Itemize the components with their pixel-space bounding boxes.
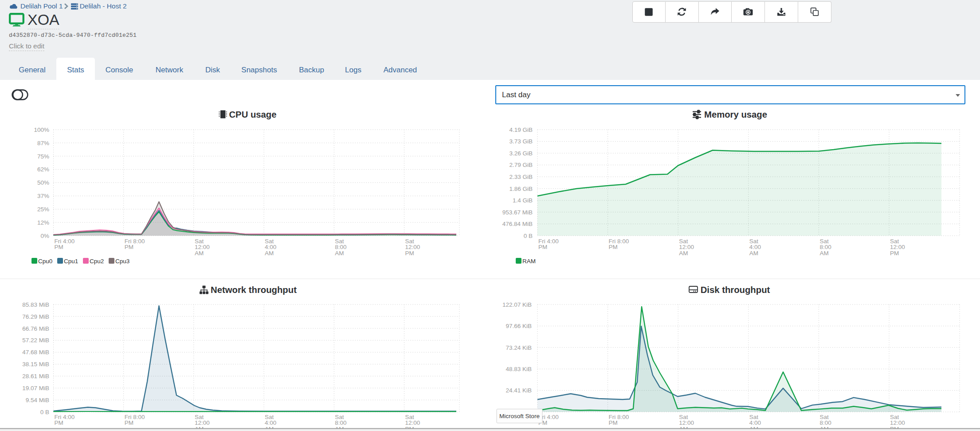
svg-text:24.41 KiB: 24.41 KiB <box>506 387 532 394</box>
svg-text:4.19 GiB: 4.19 GiB <box>509 127 533 133</box>
svg-text:50%: 50% <box>37 179 49 186</box>
svg-text:47.68 MiB: 47.68 MiB <box>22 349 49 356</box>
svg-text:1.86 GiB: 1.86 GiB <box>509 186 533 192</box>
svg-text:Cpu0: Cpu0 <box>38 258 52 265</box>
svg-text:Network throughput: Network throughput <box>211 285 297 295</box>
svg-text:28.61 MiB: 28.61 MiB <box>22 373 49 380</box>
svg-text:97.66 KiB: 97.66 KiB <box>506 323 532 329</box>
svg-text:PM: PM <box>609 419 618 426</box>
svg-text:0 B: 0 B <box>40 409 49 415</box>
svg-text:37%: 37% <box>37 193 49 199</box>
svg-text:0%: 0% <box>40 233 49 239</box>
svg-text:PM: PM <box>125 419 133 426</box>
svg-text:Memory usage: Memory usage <box>704 110 767 119</box>
svg-text:PM: PM <box>125 244 133 250</box>
svg-text:PM: PM <box>538 244 547 250</box>
svg-text:73.24 KiB: 73.24 KiB <box>506 344 532 351</box>
svg-text:AM: AM <box>335 250 344 257</box>
svg-text:2.79 GiB: 2.79 GiB <box>509 162 533 168</box>
svg-text:Disk throughput: Disk throughput <box>701 285 770 295</box>
svg-text:85.83 MiB: 85.83 MiB <box>22 301 49 308</box>
svg-text:38.15 MiB: 38.15 MiB <box>22 361 49 368</box>
svg-text:PM: PM <box>55 244 63 250</box>
svg-text:100%: 100% <box>34 127 49 133</box>
svg-text:1.4 GiB: 1.4 GiB <box>513 197 533 204</box>
svg-text:RAM: RAM <box>522 258 536 265</box>
svg-text:25%: 25% <box>37 206 49 213</box>
svg-text:AM: AM <box>819 250 828 257</box>
svg-text:AM: AM <box>265 250 274 257</box>
svg-text:AM: AM <box>195 250 204 257</box>
svg-text:0 B: 0 B <box>524 233 533 239</box>
svg-text:AM: AM <box>679 250 688 257</box>
svg-text:CPU usage: CPU usage <box>229 110 276 119</box>
svg-text:PM: PM <box>609 244 618 250</box>
svg-text:PM: PM <box>55 419 63 426</box>
svg-text:3.26 GiB: 3.26 GiB <box>509 150 533 157</box>
svg-text:75%: 75% <box>37 153 49 160</box>
svg-text:48.83 KiB: 48.83 KiB <box>506 366 532 372</box>
svg-text:19.07 MiB: 19.07 MiB <box>22 385 49 391</box>
svg-text:AM: AM <box>749 250 758 257</box>
svg-text:953.67 MiB: 953.67 MiB <box>502 209 533 216</box>
svg-text:PM: PM <box>405 250 414 257</box>
svg-text:Microsoft Store: Microsoft Store <box>499 413 540 419</box>
svg-text:Cpu1: Cpu1 <box>64 258 78 265</box>
svg-text:Cpu2: Cpu2 <box>90 258 104 265</box>
svg-text:Cpu3: Cpu3 <box>115 258 129 265</box>
svg-text:PM: PM <box>890 250 899 257</box>
svg-text:9.54 MiB: 9.54 MiB <box>26 397 49 403</box>
svg-text:2.33 GiB: 2.33 GiB <box>509 174 533 180</box>
svg-text:76.29 MiB: 76.29 MiB <box>22 313 49 320</box>
svg-text:12%: 12% <box>37 219 49 226</box>
svg-text:62%: 62% <box>37 166 49 173</box>
svg-text:57.22 MiB: 57.22 MiB <box>22 337 49 344</box>
svg-text:476.84 MiB: 476.84 MiB <box>502 221 533 227</box>
svg-text:87%: 87% <box>37 140 49 146</box>
svg-text:66.76 MiB: 66.76 MiB <box>22 325 49 332</box>
svg-text:122.07 KiB: 122.07 KiB <box>502 301 532 308</box>
svg-text:3.73 GiB: 3.73 GiB <box>509 138 533 145</box>
